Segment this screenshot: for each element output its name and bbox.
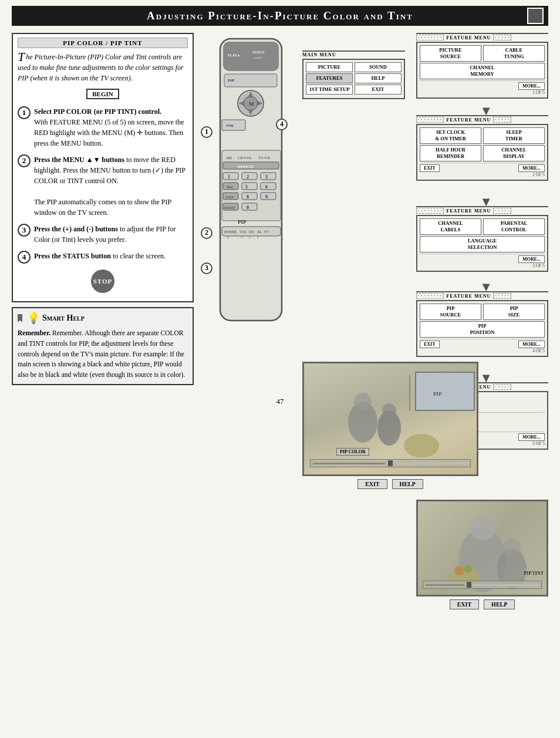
fm3-bottom: MORE... bbox=[420, 255, 545, 263]
tv-exit-btn[interactable]: EXIT bbox=[450, 599, 479, 609]
fm2-channel-display[interactable]: CHANNELDISPLAY bbox=[483, 145, 545, 161]
fm2-exit[interactable]: EXIT bbox=[420, 164, 440, 172]
svg-rect-32 bbox=[261, 183, 276, 190]
fm4-more[interactable]: MORE... bbox=[518, 341, 545, 348]
pip-slider-bar bbox=[310, 459, 471, 467]
step-1-detail: With FEATURE MENU (5 of 5) on screen, mo… bbox=[34, 118, 184, 147]
fm4-header: · · · · · · · · FEATURE MENU · · · · · bbox=[416, 291, 548, 299]
smart-help-text: Remember. Although there are separate CO… bbox=[18, 329, 185, 378]
mm-exit[interactable]: EXIT bbox=[355, 85, 402, 95]
mm-sound[interactable]: SOUND bbox=[355, 62, 402, 72]
svg-text:LOGO: LOGO bbox=[254, 56, 262, 59]
step-4-circle: 4 bbox=[18, 251, 31, 264]
fm4-pip-position[interactable]: PIPPOSITION bbox=[420, 321, 545, 338]
begin-button[interactable]: BEGIN bbox=[86, 89, 119, 99]
step-1-indicator: 1 bbox=[201, 126, 212, 138]
fm5-more[interactable]: MORE... bbox=[518, 433, 545, 441]
step-3-content: Press the (+) and (-) buttons to adjust … bbox=[34, 224, 188, 245]
tint-slider-bar bbox=[423, 581, 542, 589]
svg-text:8: 8 bbox=[247, 194, 249, 200]
fm1-of: 1 OF 5 bbox=[420, 90, 545, 95]
svg-point-67 bbox=[503, 538, 521, 556]
fm2-set-clock[interactable]: SET CLOCK& ON TIMER bbox=[420, 127, 481, 144]
diag-step-4: 4 bbox=[276, 119, 288, 130]
pip-tint-overlay: PIP TINT bbox=[524, 571, 544, 576]
fm1-bottom: MORE... bbox=[420, 82, 545, 90]
svg-text:PIP: PIP bbox=[433, 391, 442, 397]
step-2-circle: 2 bbox=[18, 154, 31, 167]
stop-button[interactable]: STOP bbox=[91, 269, 114, 293]
fm1-more[interactable]: MORE... bbox=[518, 82, 545, 90]
mm-picture[interactable]: PICTURE bbox=[306, 62, 353, 72]
main-content: PIP COLOR / PIP TINT T he Picture-In-Pic… bbox=[12, 33, 548, 385]
fm2-row-1: SET CLOCK& ON TIMER SLEEPTIMER bbox=[420, 127, 545, 144]
fm1-box: PICTURESOURCE CABLETUNING CHANNELMEMORY … bbox=[416, 42, 548, 99]
step-2-extra: The PIP automatically comes on to show t… bbox=[34, 198, 171, 217]
fm1-row-1: PICTURESOURCE CABLETUNING bbox=[420, 45, 545, 62]
fm3-divider bbox=[420, 254, 545, 254]
svg-rect-22 bbox=[223, 173, 238, 180]
fm1-channel-memory[interactable]: CHANNELMEMORY bbox=[420, 63, 545, 79]
diag-step-2: 2 bbox=[201, 227, 212, 239]
svg-text:E: E bbox=[257, 236, 259, 239]
step-2-content: Press the MENU ▲▼ buttons to move the RE… bbox=[34, 154, 188, 218]
fm5-dashes2: · · · · · bbox=[493, 384, 511, 390]
step-3-circle: 3 bbox=[18, 224, 31, 237]
fm4-label: FEATURE MENU bbox=[446, 294, 491, 299]
fm2-more[interactable]: MORE... bbox=[518, 164, 545, 172]
intro-text: T he Picture-In-Picture (PIP) Color and … bbox=[18, 52, 188, 83]
svg-text:STEP: STEP bbox=[225, 196, 234, 199]
svg-text:1: 1 bbox=[228, 174, 230, 180]
mm-features[interactable]: FEATURES bbox=[306, 73, 353, 83]
svg-text:BNC: BNC bbox=[227, 186, 234, 189]
main-menu-container: MAIN MENU PICTURE SOUND FEATURES HELP bbox=[302, 50, 405, 99]
svg-text:D: D bbox=[249, 236, 251, 239]
fm4-row-2: PIPPOSITION bbox=[420, 321, 545, 338]
svg-rect-62 bbox=[416, 372, 474, 410]
bookmark-icon bbox=[18, 314, 22, 322]
fm2-label: FEATURE MENU bbox=[446, 117, 491, 123]
tv-help-btn[interactable]: HELP bbox=[484, 599, 515, 609]
mm-help[interactable]: HELP bbox=[355, 73, 402, 83]
fm4-pip-size[interactable]: PIPSIZE bbox=[483, 304, 545, 320]
fm4-dashes: · · · · · · · · bbox=[416, 293, 444, 299]
left-panel: PIP COLOR / PIP TINT T he Picture-In-Pic… bbox=[12, 33, 194, 385]
fm1-label: FEATURE MENU bbox=[446, 35, 491, 41]
fm3-dashes2: · · · · · bbox=[493, 208, 511, 214]
fm4-pip-source[interactable]: PIPSOURCE bbox=[420, 304, 481, 320]
tint-slider-thumb bbox=[467, 582, 471, 588]
fm4-of: 4 OF 5 bbox=[420, 348, 545, 353]
pip-exit-btn[interactable]: EXIT bbox=[357, 479, 387, 489]
fm2-half-hour[interactable]: HALF HOURREMINDER bbox=[420, 145, 481, 161]
step-1-main: Select PIP COLOR (or PIP TINT) control. bbox=[34, 107, 161, 116]
pip-help-btn[interactable]: HELP bbox=[392, 479, 423, 489]
fm4-row-1: PIPSOURCE PIPSIZE bbox=[420, 304, 545, 320]
fm1-picture-source[interactable]: PICTURESOURCE bbox=[420, 45, 481, 62]
fm3-more[interactable]: MORE... bbox=[518, 255, 545, 263]
svg-point-65 bbox=[470, 515, 495, 541]
main-menu-label: MAIN MENU bbox=[302, 50, 405, 58]
svg-text:VOL: VOL bbox=[239, 230, 247, 234]
tint-slider-left bbox=[426, 584, 464, 586]
fm4-box: PIPSOURCE PIPSIZE PIPPOSITION EXIT MORE.… bbox=[416, 300, 548, 357]
fm4-exit[interactable]: EXIT bbox=[420, 341, 440, 348]
svg-text:9: 9 bbox=[265, 194, 268, 200]
step-4-main: Press the STATUS button bbox=[34, 252, 111, 260]
svg-text:M: M bbox=[227, 236, 230, 239]
mm-1st-time-setup[interactable]: 1ST TIME SETUP bbox=[306, 85, 353, 95]
fm1-cable-tuning[interactable]: CABLETUNING bbox=[483, 45, 545, 62]
main-menu-box: PICTURE SOUND FEATURES HELP 1ST TIME SET… bbox=[302, 59, 405, 99]
svg-rect-30 bbox=[242, 183, 257, 190]
fm3-row-2: LANGUAGESELECTION bbox=[420, 236, 545, 252]
feat-menu-3: · · · · · · · · FEATURE MENU · · · · · C… bbox=[416, 206, 548, 272]
svg-point-61 bbox=[404, 434, 439, 457]
fm3-language-selection[interactable]: LANGUAGESELECTION bbox=[420, 236, 545, 252]
fm2-sleep-timer[interactable]: SLEEPTIMER bbox=[483, 127, 545, 144]
svg-text:REPEAT: REPEAT bbox=[238, 164, 254, 169]
svg-text:SMART: SMART bbox=[224, 206, 235, 210]
fm3-parental-control[interactable]: PARENTALCONTROL bbox=[483, 218, 545, 235]
fm3-channel-labels[interactable]: CHANNELLABELS bbox=[420, 218, 481, 235]
svg-rect-26 bbox=[261, 173, 276, 180]
svg-text:POWER: POWER bbox=[224, 230, 237, 234]
fm3-box: CHANNELLABELS PARENTALCONTROL LANGUAGESE… bbox=[416, 215, 548, 272]
